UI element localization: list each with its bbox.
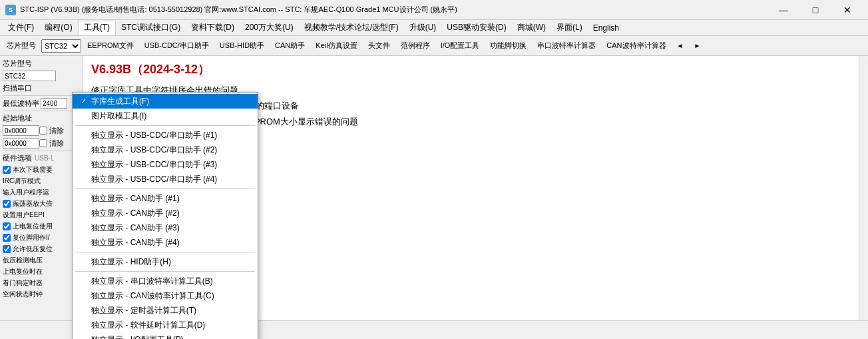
scrollbar[interactable] — [859, 56, 868, 320]
can-3-menu-item[interactable]: 独立显示 - CAN助手 (#3) — [73, 220, 258, 235]
usb-cdc-3-menu-item[interactable]: 独立显示 - USB-CDC/串口助手 (#3) — [73, 157, 258, 172]
clear-checkbox-2[interactable] — [39, 139, 47, 147]
window-controls: — □ ✕ — [768, 1, 863, 19]
upgrade-menu[interactable]: 升级(U) — [404, 21, 442, 35]
separator-4 — [75, 271, 255, 272]
clear-label-1: 清除 — [49, 126, 64, 136]
separator-1 — [75, 125, 255, 126]
can-4-menu-item[interactable]: 独立显示 - CAN助手 (#4) — [73, 235, 258, 250]
prize-menu[interactable]: 200万大奖(U) — [240, 21, 299, 35]
download-needs-label: 本次下载需要 — [13, 165, 53, 174]
clear-checkbox-1[interactable] — [39, 127, 47, 135]
serial-baud-menu-item[interactable]: 独立显示 - 串口波特率计算工具(B) — [73, 274, 258, 288]
reset1-check[interactable] — [3, 234, 11, 242]
can-2-menu-item[interactable]: 独立显示 - CAN助手 (#2) — [73, 206, 258, 220]
menu-bar: 文件(F) 编程(O) 工具(T) STC调试接口(G) 资料下载(D) 200… — [0, 20, 868, 36]
idle-label: 空闲状态时钟 — [3, 290, 43, 299]
video-menu[interactable]: 视频教学/技术论坛/选型(F) — [299, 21, 404, 35]
delay-menu-item[interactable]: 独立显示 - 软件延时计算工具(D) — [73, 318, 258, 332]
hid-menu-item[interactable]: 独立显示 - HID助手(H) — [73, 254, 258, 269]
chip-type-input[interactable] — [3, 71, 56, 81]
interface-menu[interactable]: 界面(L) — [551, 21, 588, 35]
hw-value: USB-L — [35, 155, 54, 162]
lowvolt-label: 允许低压复位 — [13, 244, 53, 254]
io-toolbar-btn[interactable]: I/O配置工具 — [436, 39, 485, 53]
can-baud-toolbar-btn[interactable]: CAN波特率计算器 — [602, 39, 670, 53]
program-menu[interactable]: 编程(O) — [39, 21, 77, 35]
debug-menu[interactable]: STC调试接口(G) — [116, 21, 186, 35]
usb-cdc-2-menu-item[interactable]: 独立显示 - USB-CDC/串口助手 (#2) — [73, 143, 258, 157]
toolbar: 芯片型号 STC32 EEPROM文件 USB-CDC/串口助手 USB-HID… — [0, 36, 868, 56]
check-mark-icon: ✓ — [81, 97, 91, 106]
irc-mode-label: IRC调节模式 — [3, 176, 41, 186]
io-config-menu-item[interactable]: 独立显示 - I/O配置工具(P) — [73, 332, 258, 339]
hardware-options-label: 硬件选项 — [3, 153, 32, 163]
chip-type-select[interactable]: STC32 — [41, 39, 81, 53]
upload1-check[interactable] — [3, 222, 11, 230]
scroll-right-btn[interactable]: ► — [689, 39, 705, 53]
header-toolbar-btn[interactable]: 头文件 — [363, 39, 395, 53]
timer-menu-item[interactable]: 独立显示 - 定时器计算工具(T) — [73, 303, 258, 318]
clear-label-2: 清除 — [49, 139, 64, 149]
title-bar: S STC-ISP (V6.93B) (服务电话/销售电话: 0513-5501… — [0, 0, 868, 20]
reset1-label: 复位脚用作I/ — [13, 233, 50, 242]
usb-cdc-1-menu-item[interactable]: 独立显示 - USB-CDC/串口助手 (#1) — [73, 128, 258, 143]
upload1-label: 上电复位使用 — [13, 222, 53, 231]
addr2-input[interactable] — [3, 138, 39, 149]
chip-type-panel-label: 芯片型号 — [3, 59, 32, 69]
start-addr-label: 起始地址 — [3, 113, 32, 123]
example-toolbar-btn[interactable]: 范例程序 — [396, 39, 435, 53]
chip-type-label: 芯片型号 — [3, 39, 40, 53]
maximize-button[interactable]: □ — [800, 1, 831, 19]
keil-toolbar-btn[interactable]: Keil仿真设置 — [311, 39, 361, 53]
separator-2 — [75, 188, 255, 189]
usb-cdc-toolbar-btn[interactable]: USB-CDC/串口助手 — [140, 39, 214, 53]
lowvolt-check[interactable] — [3, 245, 11, 253]
min-baud-label: 最低波特率 — [3, 99, 39, 109]
english-menu[interactable]: English — [588, 21, 624, 35]
watchdog-label: 看门狗定时器 — [3, 278, 43, 288]
minimize-button[interactable]: — — [768, 1, 799, 19]
download-menu[interactable]: 资料下载(D) — [186, 21, 240, 35]
download-check[interactable] — [3, 166, 11, 174]
start-addr-input[interactable] — [3, 125, 39, 136]
separator-3 — [75, 252, 255, 252]
scroll-left-btn[interactable]: ◄ — [672, 39, 688, 53]
eeprom-file-btn[interactable]: EEPROM文件 — [83, 39, 138, 53]
upload2-label: 上电复位时在 — [3, 267, 43, 276]
tools-menu[interactable]: 工具(T) — [78, 21, 116, 35]
font-tool-menu-item[interactable]: ✓ 字库生成工具(F) — [73, 94, 258, 109]
can-toolbar-btn[interactable]: CAN助手 — [270, 39, 310, 53]
usb-hid-toolbar-btn[interactable]: USB-HID助手 — [215, 39, 269, 53]
scan-port-label: 扫描串口 — [3, 83, 32, 93]
amp-label: 振荡器放大倍 — [13, 199, 53, 208]
image-tool-menu-item[interactable]: 图片取模工具(I) — [73, 109, 258, 123]
close-button[interactable]: ✕ — [832, 1, 863, 19]
main-area: 芯片型号 扫描串口 最低波特率 起始地址 清除 清除 硬件选项 — [0, 56, 868, 320]
app-icon: S — [5, 5, 16, 15]
can-1-menu-item[interactable]: 独立显示 - CAN助手 (#1) — [73, 191, 258, 206]
amp-check[interactable] — [3, 200, 11, 208]
version-title: V6.93B（2024-3-12） — [91, 61, 860, 77]
pin-toolbar-btn[interactable]: 功能脚切换 — [485, 39, 531, 53]
window-title: STC-ISP (V6.93B) (服务电话/销售电话: 0513-550129… — [20, 5, 768, 15]
file-menu[interactable]: 文件(F) — [3, 21, 39, 35]
baud-toolbar-btn[interactable]: 串口波特率计算器 — [533, 39, 600, 53]
usb-menu[interactable]: USB驱动安装(D) — [441, 21, 511, 35]
detect-label: 低压检测电压 — [3, 256, 43, 265]
shop-menu[interactable]: 商城(W) — [512, 21, 551, 35]
user-prog-label: 输入用户程序运 — [3, 188, 49, 197]
eep-label: 设置用户EEPI — [3, 210, 45, 220]
tools-dropdown-menu: ✓ 字库生成工具(F) 图片取模工具(I) 独立显示 - USB-CDC/串口助… — [72, 92, 258, 339]
usb-cdc-4-menu-item[interactable]: 独立显示 - USB-CDC/串口助手 (#4) — [73, 172, 258, 186]
left-panel: 芯片型号 扫描串口 最低波特率 起始地址 清除 清除 硬件选项 — [0, 56, 83, 320]
min-baud-input[interactable] — [41, 98, 67, 109]
can-baud-menu-item[interactable]: 独立显示 - CAN波特率计算工具(C) — [73, 288, 258, 303]
